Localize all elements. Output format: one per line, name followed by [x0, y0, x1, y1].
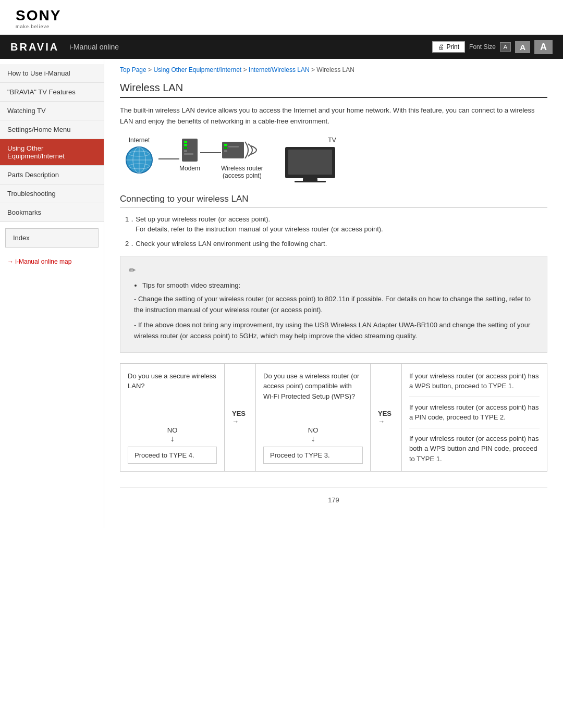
sony-tagline: make.believe [16, 24, 50, 29]
note-list: Tips for smooth video streaming: - Chang… [134, 280, 538, 342]
main-content: Top Page > Using Other Equipment/Interne… [104, 59, 563, 528]
sidebar-index[interactable]: Index [5, 228, 99, 248]
svg-rect-8 [184, 144, 187, 146]
svg-rect-20 [295, 181, 326, 182]
sidebar-item-troubleshooting[interactable]: Troubleshooting [0, 184, 104, 203]
router-label: Wireless router(access point) [221, 165, 263, 179]
svg-rect-15 [224, 150, 227, 152]
font-medium-button[interactable]: A [515, 41, 530, 53]
tv-col: TV [284, 137, 336, 183]
tv-icon [284, 146, 336, 183]
tv-label: TV [328, 137, 336, 144]
svg-rect-11 [184, 153, 193, 155]
flowchart-col-q1: Do you use a secure wireless LAN? NO ↓ P… [120, 364, 225, 472]
flow-proceed3: Proceed to TYPE 3. [263, 447, 363, 464]
page-header: SONY make.believe [0, 0, 563, 35]
svg-rect-7 [184, 141, 187, 143]
step-1: 1．Set up your wireless router (or access… [125, 214, 547, 235]
page-number: 179 [328, 496, 339, 504]
flowchart: Do you use a secure wireless LAN? NO ↓ P… [120, 363, 547, 472]
sidebar-item-bookmarks[interactable]: Bookmarks [0, 203, 104, 222]
flow-no2-label: NO [263, 426, 363, 434]
flow-q2-text: Do you use a wireless router (or access … [263, 371, 363, 402]
note-item-3: - If the above does not bring any improv… [134, 320, 538, 342]
sony-logo: SONY make.believe [16, 7, 547, 29]
note-box: ✏ Tips for smooth video streaming: - Cha… [120, 256, 547, 353]
printer-icon: 🖨 [438, 43, 444, 51]
svg-rect-16 [228, 146, 239, 147]
sidebar-item-how-to-use[interactable]: How to Use i-Manual [0, 64, 104, 83]
sidebar: How to Use i-Manual "BRAVIA" TV Features… [0, 59, 104, 528]
font-small-button[interactable]: A [500, 42, 511, 52]
flow-no2-section: NO ↓ Proceed to TYPE 3. [263, 426, 363, 464]
step-1-sub: For details, refer to the instruction ma… [136, 224, 547, 235]
flow-proceed4: Proceed to TYPE 4. [128, 447, 217, 464]
step-2: 2．Check your wireless LAN environment us… [125, 239, 547, 249]
navbar: BRAVIA i-Manual online 🖨 Print Font Size… [0, 35, 563, 59]
page-title: Wireless LAN [120, 82, 547, 98]
page-footer: 179 [120, 487, 547, 512]
main-layout: How to Use i-Manual "BRAVIA" TV Features… [0, 59, 563, 528]
svg-rect-18 [288, 150, 332, 175]
network-diagram: Internet [120, 137, 547, 183]
flow-yes2-label: YES → [378, 410, 394, 425]
svg-rect-10 [184, 150, 187, 152]
globe-icon [125, 146, 153, 174]
flowchart-col-results: If your wireless router (or access point… [402, 364, 547, 472]
internet-col: Internet [125, 137, 153, 174]
navbar-actions: 🖨 Print Font Size A A A [432, 40, 553, 54]
flowchart-col-yes2: YES → [371, 364, 402, 472]
breadcrumb-current: Wireless LAN [316, 66, 354, 73]
svg-rect-9 [184, 147, 187, 149]
note-item-2: - Change the setting of your wireless ro… [134, 294, 538, 316]
router-col: Wireless router(access point) [221, 137, 263, 179]
flow-no1-label: NO [128, 426, 217, 434]
sidebar-map-link[interactable]: → i-Manual online map [0, 254, 104, 269]
steps-list: 1．Set up your wireless router (or access… [125, 214, 547, 249]
flow-result-3: If your wireless router (or access point… [409, 434, 540, 464]
modem-label: Modem [179, 165, 200, 172]
router-icon [221, 137, 263, 164]
flowchart-col-yes1: YES → [225, 364, 256, 472]
svg-rect-14 [224, 147, 227, 149]
bravia-logo: BRAVIA [10, 41, 59, 53]
flow-yes1-label: YES → [232, 410, 248, 425]
line1 [158, 158, 179, 159]
sony-text: SONY [16, 7, 61, 24]
note-icon: ✏ [129, 264, 538, 277]
flow-result-2: If your wireless router (or access point… [409, 402, 540, 428]
navbar-title: i-Manual online [69, 43, 432, 51]
svg-rect-13 [224, 144, 227, 146]
font-large-button[interactable]: A [534, 40, 553, 54]
modem-col: Modem [179, 137, 200, 172]
print-button[interactable]: 🖨 Print [432, 41, 465, 53]
font-size-label: Font Size [469, 43, 496, 51]
flow-no1-section: NO ↓ Proceed to TYPE 4. [128, 426, 217, 464]
breadcrumb-top[interactable]: Top Page [120, 66, 146, 73]
sidebar-item-watching-tv[interactable]: Watching TV [0, 102, 104, 120]
breadcrumb: Top Page > Using Other Equipment/Interne… [120, 66, 547, 73]
internet-label: Internet [129, 137, 150, 144]
flow-results: If your wireless router (or access point… [409, 371, 540, 464]
section2-title: Connecting to your wireless LAN [120, 194, 547, 208]
sidebar-item-settings[interactable]: Settings/Home Menu [0, 120, 104, 139]
flow-result-1: If your wireless router (or access point… [409, 371, 540, 397]
breadcrumb-2[interactable]: Using Other Equipment/Internet [153, 66, 241, 73]
flow-no1-arrow: ↓ [128, 434, 217, 443]
sidebar-item-bravia-features[interactable]: "BRAVIA" TV Features [0, 83, 104, 102]
modem-icon [180, 137, 200, 164]
flowchart-col-q2: Do you use a wireless router (or access … [256, 364, 371, 472]
flow-q1-text: Do you use a secure wireless LAN? [128, 371, 217, 391]
breadcrumb-3[interactable]: Internet/Wireless LAN [249, 66, 310, 73]
sidebar-item-parts[interactable]: Parts Description [0, 166, 104, 184]
flow-no2-arrow: ↓ [263, 434, 363, 443]
line2 [200, 152, 221, 153]
sidebar-item-equipment[interactable]: Using Other Equipment/Internet [0, 139, 104, 166]
note-item-1: Tips for smooth video streaming: [142, 280, 538, 291]
intro-text: The built-in wireless LAN device allows … [120, 105, 547, 127]
